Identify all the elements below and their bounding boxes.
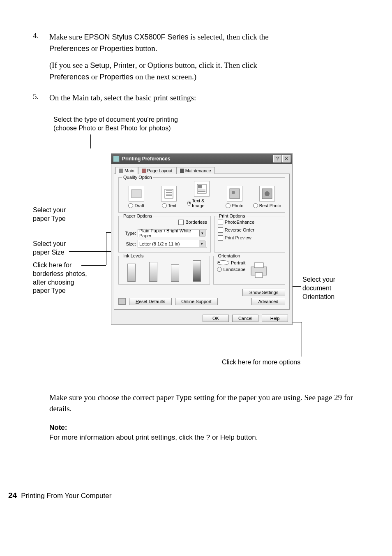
orientation-portrait[interactable]: Portrait xyxy=(217,260,246,265)
checkbox-icon xyxy=(218,235,223,241)
photo-icon xyxy=(227,186,242,202)
text: (choose xyxy=(53,125,78,132)
group-label: Paper Options xyxy=(122,213,153,218)
ui-term: Photo xyxy=(78,125,96,132)
ok-button[interactable]: OK xyxy=(203,315,229,322)
type-label: Type: xyxy=(122,231,136,236)
tab-maintenance[interactable]: Maintenance xyxy=(176,167,215,174)
dialog-titlebar[interactable]: Printing Preferences ? ✕ xyxy=(111,154,292,164)
photoenhance-checkbox[interactable]: PhotoEnhance xyxy=(218,220,281,225)
callout-borderless: Click here for borderless photos, after … xyxy=(33,261,87,295)
section-title: Printing From Your Computer xyxy=(21,492,111,500)
group-label: Print Options xyxy=(218,213,247,218)
text: Click here for xyxy=(33,262,71,269)
ui-term: Preferences xyxy=(49,73,89,81)
group-paper-options: Paper Options Borderless Type: Plain Pap… xyxy=(118,216,211,253)
svg-rect-15 xyxy=(254,263,263,268)
dialog-title: Printing Preferences xyxy=(122,156,272,162)
best-photo-icon xyxy=(259,186,275,202)
size-value: Letter (8 1/2 x 11 in) xyxy=(139,241,180,246)
text: paper xyxy=(33,287,51,294)
text: after choosing xyxy=(33,279,74,286)
text: Select your xyxy=(33,206,66,213)
ink-bar xyxy=(171,264,179,282)
step-4: 4. Make sure EPSON Stylus CX5800F Series… xyxy=(33,31,359,82)
group-label: Orientation xyxy=(217,253,242,258)
note-label: Note: xyxy=(49,424,67,431)
tab-bar: Main Page Layout Maintenance xyxy=(111,164,292,174)
text: , or xyxy=(135,61,148,70)
quality-draft[interactable]: Draft xyxy=(122,186,151,208)
radio-label: Best Photo xyxy=(259,203,281,208)
radio-label: Draft xyxy=(134,203,144,208)
text: or xyxy=(89,72,99,81)
text-icon xyxy=(161,186,177,202)
ui-term: Properties xyxy=(99,73,133,81)
ui-term: Type xyxy=(51,287,66,294)
svg-rect-0 xyxy=(131,190,141,198)
radio-label: Photo xyxy=(232,203,244,208)
show-settings-button[interactable]: Show Settings xyxy=(242,289,285,296)
settings-button-row: Show Settings xyxy=(118,289,285,296)
radio-label: Landscape xyxy=(224,267,246,272)
ink-bar xyxy=(149,262,157,282)
orientation-landscape[interactable]: Landscape xyxy=(217,267,246,272)
page-footer: 24Printing From Your Computer xyxy=(8,491,111,500)
text: is selected, then click the xyxy=(189,32,269,41)
printer-icon xyxy=(248,260,270,279)
checkbox-label: Borderless xyxy=(185,220,207,225)
btn-label: eset Defaults xyxy=(139,299,165,304)
checkbox-label: Reverse Order xyxy=(225,227,254,232)
figure-caption: Select the type of document you're print… xyxy=(53,115,359,133)
note: Note: For more information about print s… xyxy=(49,423,359,442)
online-support-button[interactable]: Online Support xyxy=(175,298,218,305)
quality-row: Draft Text Text & Image Photo xyxy=(122,181,281,208)
type-select[interactable]: Plain Paper / Bright White Paper ▾ xyxy=(138,229,207,237)
after-text: Make sure you choose the correct paper T… xyxy=(49,392,359,415)
text: or xyxy=(210,433,220,441)
text: for photos) xyxy=(138,125,171,132)
reset-defaults-button[interactable]: Reset Defaults xyxy=(129,298,172,305)
text: , xyxy=(109,61,113,70)
step-5-number: 5. xyxy=(33,92,49,104)
size-select[interactable]: Letter (8 1/2 x 11 in) ▾ xyxy=(138,240,207,248)
quality-photo[interactable]: Photo xyxy=(220,186,249,208)
advanced-button[interactable]: Advanced xyxy=(251,298,285,305)
draft-icon xyxy=(129,186,144,202)
leader-borderless-v xyxy=(106,232,106,265)
close-icon[interactable]: ✕ xyxy=(282,155,291,162)
quality-text-image[interactable]: Text & Image xyxy=(187,181,216,208)
cancel-button[interactable]: Cancel xyxy=(232,315,258,322)
leader-more-v xyxy=(302,322,302,357)
print-preview-checkbox[interactable]: Print Preview xyxy=(218,235,281,241)
tab-panel-main: Quality Option Draft Text Text & Image xyxy=(114,174,290,310)
text: borderless photos, xyxy=(33,270,87,277)
leader-borderless-h xyxy=(81,265,106,266)
svg-rect-1 xyxy=(165,189,173,198)
tab-page-layout[interactable]: Page Layout xyxy=(138,167,176,174)
borderless-checkbox[interactable]: Borderless xyxy=(122,220,207,225)
help-button[interactable]: Help xyxy=(262,315,288,322)
figure: Select your paper Type Select your paper… xyxy=(33,153,359,371)
quality-text[interactable]: Text xyxy=(155,186,184,208)
help-icon[interactable]: ? xyxy=(273,155,281,162)
tab-label: Maintenance xyxy=(185,168,211,173)
type-select-row: Type: Plain Paper / Bright White Paper ▾ xyxy=(122,229,207,237)
callout-more: Click here for more options xyxy=(222,358,300,367)
quality-best-photo[interactable]: Best Photo xyxy=(253,186,281,208)
tab-label: Page Layout xyxy=(147,168,173,173)
svg-point-11 xyxy=(232,191,235,194)
text: Select your xyxy=(33,240,66,247)
callout-size: Select your paper Size xyxy=(33,240,66,257)
text: paper xyxy=(33,249,51,256)
step-5: 5. On the Main tab, select the basic pri… xyxy=(33,92,359,104)
step-4-number: 4. xyxy=(33,31,49,82)
tab-main[interactable]: Main xyxy=(115,167,138,174)
chevron-down-icon: ▾ xyxy=(199,241,205,247)
group-label: Quality Option xyxy=(122,175,153,180)
page-number: 24 xyxy=(8,491,17,500)
dialog-printing-preferences: Printing Preferences ? ✕ Main Page Layou… xyxy=(111,153,293,325)
text: (If you see a xyxy=(49,61,90,70)
reverse-order-checkbox[interactable]: Reverse Order xyxy=(218,227,281,233)
checkbox-icon xyxy=(218,220,223,225)
